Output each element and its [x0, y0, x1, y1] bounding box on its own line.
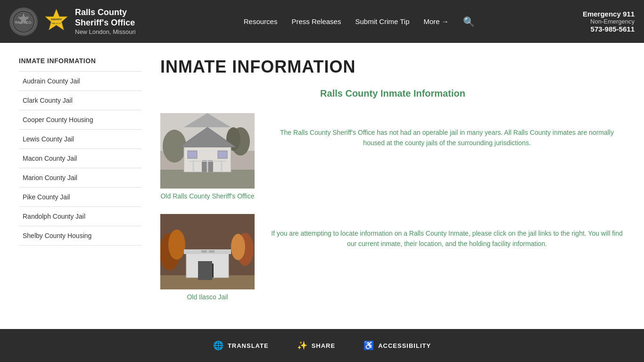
- site-footer: 🌐 TRANSLATE ✨ SHARE ♿ ACCESSIBILITY: [0, 329, 644, 362]
- translate-label: TRANSLATE: [228, 342, 269, 349]
- image-block-2: Old Ilasco Jail: [160, 214, 255, 301]
- main-container: INMATE INFORMATION Audrain County Jail C…: [0, 43, 644, 329]
- org-circle-logo: RALLS CO. SHERIFF: [9, 8, 38, 36]
- svg-rect-31: [186, 252, 229, 278]
- sidebar-item-audrain[interactable]: Audrain County Jail: [19, 72, 141, 91]
- svg-rect-13: [160, 170, 255, 189]
- svg-rect-20: [218, 151, 227, 158]
- svg-text:RALLS CO: RALLS CO: [52, 22, 61, 25]
- svg-rect-30: [160, 275, 255, 289]
- nav-more[interactable]: More →: [423, 17, 448, 25]
- sidebar-item-marion[interactable]: Marion County Jail: [19, 168, 141, 188]
- org-name: Ralls County Sheriff's Office: [75, 8, 136, 28]
- body-text-2: If you are attempting to locate informat…: [269, 219, 625, 301]
- site-header: RALLS CO. SHERIFF SHERIFF RALLS CO Ralls…: [0, 0, 644, 43]
- sidebar: INMATE INFORMATION Audrain County Jail C…: [19, 57, 141, 315]
- image-block-1: Old Ralls County Sheriff's Office: [160, 113, 255, 200]
- svg-rect-33: [184, 249, 231, 254]
- sidebar-item-pike[interactable]: Pike County Jail: [19, 188, 141, 207]
- main-nav: Resources Press Releases Submit Crime Ti…: [244, 16, 475, 27]
- footer-share[interactable]: ✨ SHARE: [297, 340, 336, 351]
- svg-rect-36: [209, 250, 215, 253]
- sidebar-item-shelby[interactable]: Shelby County Housing: [19, 226, 141, 246]
- star-badge-logo: SHERIFF RALLS CO: [43, 8, 69, 36]
- page-title: INMATE INFORMATION: [160, 57, 625, 77]
- sidebar-item-randolph[interactable]: Randolph County Jail: [19, 207, 141, 226]
- emergency-label: Emergency 911: [583, 10, 635, 18]
- org-location: New London, Missouri: [75, 28, 136, 35]
- non-emergency-label: Non-Emergency: [583, 18, 635, 25]
- footer-translate[interactable]: 🌐 TRANSLATE: [213, 340, 269, 351]
- share-label: SHARE: [312, 342, 336, 349]
- svg-point-29: [168, 230, 185, 260]
- header-branding: RALLS CO. SHERIFF SHERIFF RALLS CO Ralls…: [9, 8, 136, 36]
- nav-resources[interactable]: Resources: [244, 17, 278, 25]
- share-icon: ✨: [297, 340, 308, 351]
- nav-press-releases[interactable]: Press Releases: [291, 17, 341, 25]
- svg-text:SHERIFF: SHERIFF: [51, 18, 62, 21]
- sidebar-item-clark[interactable]: Clark County Jail: [19, 91, 141, 110]
- accessibility-label: ACCESSIBILITY: [378, 342, 431, 349]
- nav-submit-crime-tip[interactable]: Submit Crime Tip: [355, 17, 409, 25]
- header-title-block: Ralls County Sheriff's Office New London…: [75, 8, 136, 35]
- body-text-1: The Ralls County Sheriff's Office has no…: [269, 118, 625, 200]
- non-emergency-phone: 573-985-5611: [583, 25, 635, 33]
- emergency-info-block: Emergency 911 Non-Emergency 573-985-5611: [583, 10, 635, 33]
- image-column: Old Ralls County Sheriff's Office: [160, 113, 255, 301]
- sidebar-item-cooper[interactable]: Cooper County Housing: [19, 110, 141, 130]
- image-old-ilasco-jail: [160, 214, 255, 289]
- translate-icon: 🌐: [213, 340, 224, 351]
- sidebar-item-macon[interactable]: Macon County Jail: [19, 149, 141, 168]
- footer-accessibility[interactable]: ♿ ACCESSIBILITY: [363, 340, 431, 351]
- sidebar-title: INMATE INFORMATION: [19, 57, 141, 65]
- svg-rect-35: [201, 250, 207, 253]
- image-caption-1: Old Ralls County Sheriff's Office: [160, 192, 254, 200]
- sidebar-item-lewis[interactable]: Lewis County Jail: [19, 130, 141, 149]
- images-section: Old Ralls County Sheriff's Office: [160, 113, 625, 301]
- content-subtitle: Ralls County Inmate Information: [160, 88, 625, 99]
- image-caption-2: Old Ilasco Jail: [187, 293, 228, 301]
- sidebar-nav-list: Audrain County Jail Clark County Jail Co…: [19, 71, 141, 246]
- svg-rect-34: [200, 263, 214, 278]
- image-old-sheriffs-office: [160, 113, 255, 189]
- svg-point-28: [231, 234, 245, 260]
- accessibility-icon: ♿: [363, 340, 374, 351]
- svg-rect-19: [188, 151, 197, 158]
- search-icon[interactable]: 🔍: [463, 16, 475, 27]
- main-content: INMATE INFORMATION Ralls County Inmate I…: [160, 57, 625, 315]
